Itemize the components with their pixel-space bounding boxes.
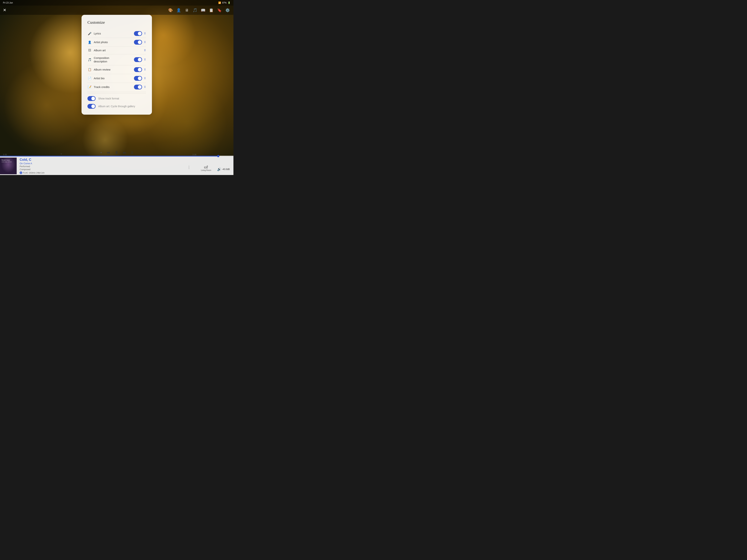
album-art-drag-handle[interactable]: ⠿ (144, 49, 146, 52)
album-art-icon: 🖼 (87, 49, 92, 52)
composition-icon: 🎵 (87, 58, 92, 61)
artist-photo-drag-handle[interactable]: ⠿ (144, 41, 146, 44)
album-review-drag-handle[interactable]: ⠿ (144, 68, 146, 71)
artist-bio-label: Artist bio (94, 77, 132, 80)
composition-toggle[interactable] (134, 57, 142, 62)
artist-bio-item: 📄 Artist bio ⠿ (87, 74, 146, 83)
artist-photo-icon: 👤 (87, 41, 92, 44)
artist-bio-drag-handle[interactable]: ⠿ (144, 77, 146, 80)
composition-description-label: Compositiondescription (94, 56, 132, 63)
modal-overlay: Customize 🎤 Lyrics ⠿ 👤 Artist photo ⠿ 🖼 … (0, 0, 233, 175)
album-art-cycle-label: Album art: Cycle through gallery (98, 105, 135, 108)
artist-photo-toggle[interactable] (134, 40, 142, 45)
track-credits-icon: 📝 (87, 85, 92, 89)
composition-description-item: 🎵 Compositiondescription ⠿ (87, 54, 146, 65)
track-credits-label: Track credits (94, 85, 132, 89)
track-credits-toggle[interactable] (134, 85, 142, 89)
show-track-format-toggle[interactable] (87, 96, 96, 101)
show-track-format-label: Show track format (98, 97, 119, 100)
artist-photo-label: Artist photo (94, 41, 132, 44)
album-review-icon: 📋 (87, 68, 92, 71)
album-review-toggle[interactable] (134, 67, 142, 72)
album-art-item: 🖼 Album art ⠿ (87, 47, 146, 54)
customize-title: Customize (87, 20, 146, 25)
album-review-item: 📋 Album review ⠿ (87, 65, 146, 74)
lyrics-item: 🎤 Lyrics ⠿ (87, 29, 146, 38)
track-credits-item: 📝 Track credits ⠿ (87, 83, 146, 91)
section-divider (87, 93, 146, 93)
artist-bio-icon: 📄 (87, 77, 92, 80)
lyrics-toggle[interactable] (134, 31, 142, 36)
artist-photo-item: 👤 Artist photo ⠿ (87, 38, 146, 47)
customize-panel: Customize 🎤 Lyrics ⠿ 👤 Artist photo ⠿ 🖼 … (81, 15, 152, 115)
lyrics-label: Lyrics (94, 32, 132, 35)
album-art-cycle-item: Album art: Cycle through gallery (87, 102, 146, 110)
show-track-format-item: Show track format (87, 95, 146, 102)
album-art-label: Album art (94, 49, 132, 52)
track-credits-drag-handle[interactable]: ⠿ (144, 85, 146, 88)
lyrics-drag-handle[interactable]: ⠿ (144, 32, 146, 35)
composition-drag-handle[interactable]: ⠿ (144, 58, 146, 61)
artist-bio-toggle[interactable] (134, 76, 142, 81)
lyrics-icon: 🎤 (87, 32, 92, 35)
album-art-cycle-toggle[interactable] (87, 104, 96, 109)
album-review-label: Album review (94, 68, 132, 72)
